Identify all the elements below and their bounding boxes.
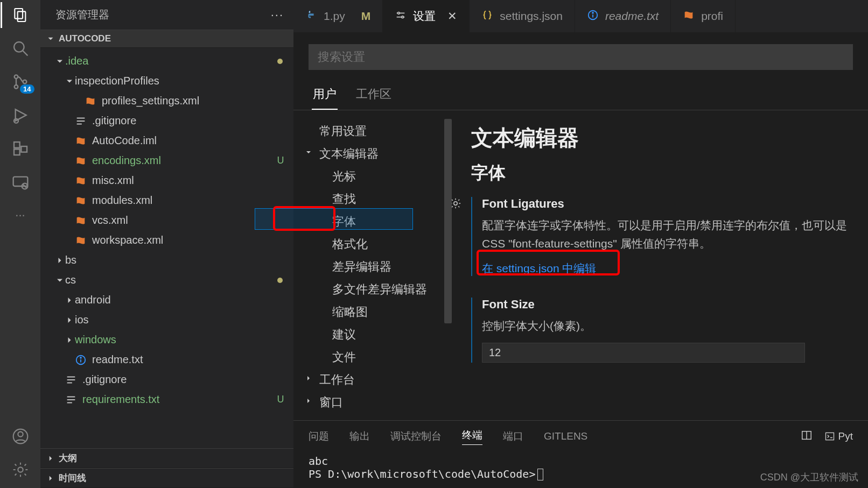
outline-label: 大纲 — [59, 452, 77, 464]
folder-row[interactable]: .idea — [40, 51, 293, 71]
panel-debug[interactable]: 调试控制台 — [390, 429, 442, 443]
svg-rect-9 — [14, 142, 20, 148]
file-row[interactable]: profiles_settings.xml — [40, 91, 293, 111]
chevron-down-icon — [46, 34, 55, 44]
panel-terminal[interactable]: 终端 — [462, 428, 482, 445]
sidebar-header: 资源管理器 ··· — [40, 0, 293, 30]
file-row[interactable]: vcs.xml — [40, 210, 293, 230]
setting-title: Font Ligatures — [482, 197, 868, 211]
file-row[interactable]: modules.xml — [40, 190, 293, 210]
toc-common[interactable]: 常用设置 — [293, 120, 452, 143]
file-row[interactable]: workspace.xml — [40, 230, 293, 250]
gear-icon[interactable] — [452, 197, 461, 211]
item-label: misc.xml — [92, 174, 287, 187]
folder-row[interactable]: windows — [40, 330, 293, 350]
folder-row[interactable]: inspectionProfiles — [40, 71, 293, 91]
tab-label: readme.txt — [605, 10, 659, 23]
scope-workspace-tab[interactable]: 工作区 — [355, 82, 393, 110]
bottom-panel: 问题 输出 调试控制台 终端 端口 GITLENS Pyt abc PS D:\… — [293, 420, 868, 489]
toc-workbench[interactable]: 工作台 — [293, 369, 452, 391]
toc-scrollbar[interactable] — [444, 119, 452, 323]
file-row[interactable]: .gitignore — [40, 111, 293, 131]
item-label: profiles_settings.xml — [102, 95, 287, 107]
outline-section[interactable]: 大纲 — [40, 448, 293, 468]
explorer-icon[interactable] — [12, 6, 29, 24]
file-row[interactable]: .gitignore — [40, 370, 293, 390]
file-tree[interactable]: .ideainspectionProfilesprofiles_settings… — [40, 48, 293, 448]
toc-multidiff[interactable]: 多文件差异编辑器 — [293, 278, 452, 301]
file-row[interactable]: readme.txt — [40, 350, 293, 370]
item-label: ios — [75, 314, 287, 326]
svg-point-17 — [18, 467, 23, 472]
tab-label: 1.py — [324, 10, 345, 23]
more-icon[interactable]: ··· — [12, 207, 29, 224]
settings-search-input[interactable] — [309, 44, 853, 70]
panel-output[interactable]: 输出 — [349, 429, 370, 443]
toc-suggest[interactable]: 建议 — [293, 323, 452, 346]
editor-tab[interactable]: profi — [671, 0, 736, 32]
panel-gitlens[interactable]: GITLENS — [544, 430, 587, 442]
run-debug-icon[interactable] — [12, 107, 29, 124]
settings-icon[interactable] — [12, 461, 29, 478]
toc-font[interactable]: 字体 — [293, 210, 452, 233]
xml-icon — [683, 9, 695, 24]
chevron-right-icon — [64, 335, 75, 345]
modified-dot-icon — [277, 59, 283, 64]
folder-row[interactable]: android — [40, 290, 293, 310]
file-row[interactable]: AutoCode.iml — [40, 131, 293, 151]
toc-text-editor[interactable]: 文本编辑器 — [293, 143, 452, 165]
chevron-down-icon — [304, 146, 313, 160]
terminal-lang-icon[interactable]: Pyt — [824, 430, 853, 442]
heading-font: 字体 — [471, 161, 868, 185]
svg-point-5 — [14, 85, 18, 89]
toc-files[interactable]: 文件 — [293, 346, 452, 369]
info-icon — [587, 9, 599, 24]
explorer-sidebar: 资源管理器 ··· AUTOCODE .ideainspectionProfil… — [40, 0, 293, 488]
panel-problems[interactable]: 问题 — [309, 429, 329, 443]
toc-minimap[interactable]: 缩略图 — [293, 301, 452, 323]
item-label: encodings.xml — [92, 154, 274, 167]
editor-tab[interactable]: readme.txt — [575, 0, 671, 32]
editor-tab[interactable]: 1.pyM — [293, 0, 383, 32]
svg-line-3 — [23, 51, 27, 55]
svg-point-4 — [14, 75, 18, 79]
item-label: requirements.txt — [82, 393, 274, 406]
toc-diff[interactable]: 差异编辑器 — [293, 256, 452, 278]
sidebar-more-icon[interactable]: ··· — [271, 8, 284, 22]
toc-find[interactable]: 查找 — [293, 188, 452, 210]
extensions-icon[interactable] — [12, 140, 29, 157]
toc-cursor[interactable]: 光标 — [293, 165, 452, 188]
terminal-line: abc — [309, 455, 853, 468]
edit-in-settings-json-link[interactable]: 在 settings.json 中编辑 — [482, 261, 596, 276]
remote-icon[interactable] — [12, 173, 29, 190]
chevron-right-icon — [46, 454, 55, 463]
scope-user-tab[interactable]: 用户 — [312, 82, 338, 110]
folder-row[interactable]: ios — [40, 310, 293, 330]
project-section[interactable]: AUTOCODE — [40, 30, 293, 48]
split-panel-icon[interactable] — [801, 429, 813, 444]
toc-window[interactable]: 窗口 — [293, 391, 452, 414]
scm-badge: 14 — [20, 84, 34, 94]
timeline-section[interactable]: 时间线 — [40, 468, 293, 488]
folder-row[interactable]: bs — [40, 250, 293, 270]
editor-tab[interactable]: 设置✕ — [383, 0, 470, 32]
source-control-icon[interactable]: 14 — [12, 73, 29, 90]
close-icon[interactable]: ✕ — [447, 10, 457, 23]
svg-point-2 — [14, 42, 24, 52]
tab-label: settings.json — [500, 10, 563, 23]
font-size-input[interactable] — [482, 343, 805, 363]
item-label: inspectionProfiles — [75, 75, 287, 87]
file-row[interactable]: misc.xml — [40, 171, 293, 190]
folder-row[interactable]: cs — [40, 270, 293, 290]
svg-point-30 — [309, 11, 310, 12]
file-row[interactable]: encodings.xmlU — [40, 151, 293, 171]
account-icon[interactable] — [12, 428, 29, 445]
panel-ports[interactable]: 端口 — [503, 429, 523, 443]
toc-format[interactable]: 格式化 — [293, 233, 452, 256]
editor-tab[interactable]: settings.json — [470, 0, 575, 32]
file-row[interactable]: requirements.txtU — [40, 390, 293, 409]
svg-point-34 — [402, 16, 404, 18]
activity-bar: 14 ··· — [0, 0, 40, 488]
search-icon[interactable] — [12, 40, 29, 57]
watermark: CSDN @大卫软件测试 — [760, 471, 858, 484]
